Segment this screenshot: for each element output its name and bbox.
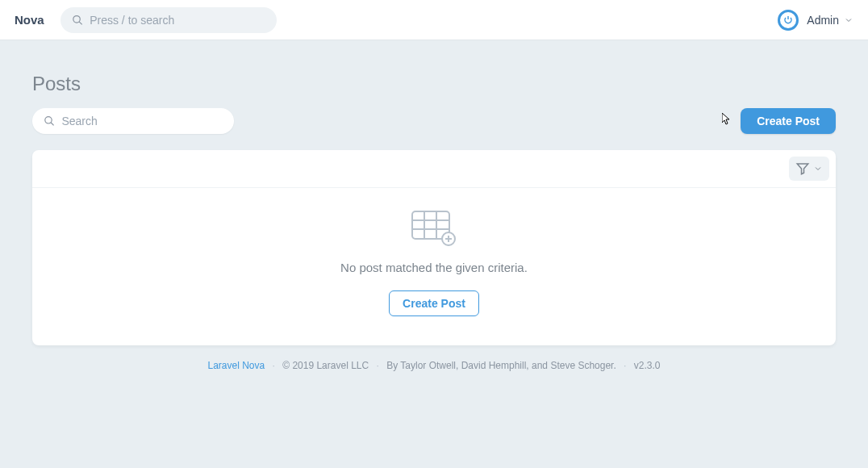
- resource-search[interactable]: [32, 108, 234, 134]
- user-menu[interactable]: Admin: [807, 14, 853, 27]
- page-title: Posts: [32, 73, 836, 95]
- chevron-down-icon: [844, 15, 853, 25]
- footer-copyright: © 2019 Laravel LLC: [282, 360, 369, 371]
- card-header: [32, 150, 836, 188]
- empty-state: No post matched the given criteria. Crea…: [32, 188, 836, 345]
- global-search-input[interactable]: [90, 14, 265, 27]
- svg-line-3: [51, 123, 54, 126]
- app-header: Nova Admin: [0, 0, 868, 40]
- empty-create-button[interactable]: Create Post: [389, 290, 479, 316]
- main-content: Posts Create Post No p: [0, 40, 868, 386]
- avatar[interactable]: [778, 10, 799, 31]
- svg-line-1: [79, 21, 82, 24]
- power-icon: [783, 15, 793, 25]
- search-icon: [72, 14, 84, 27]
- filter-icon: [795, 161, 810, 176]
- brand-logo[interactable]: Nova: [15, 13, 44, 27]
- empty-table-icon: [411, 211, 457, 246]
- resource-card: No post matched the given criteria. Crea…: [32, 150, 836, 345]
- footer-link[interactable]: Laravel Nova: [207, 360, 265, 371]
- svg-marker-4: [797, 164, 808, 174]
- search-icon: [44, 115, 55, 127]
- svg-point-2: [45, 117, 52, 123]
- svg-point-0: [73, 15, 80, 22]
- footer: Laravel Nova · © 2019 Laravel LLC · By T…: [32, 345, 836, 386]
- footer-version: v2.3.0: [634, 360, 661, 371]
- footer-credits: By Taylor Otwell, David Hemphill, and St…: [386, 360, 616, 371]
- chevron-down-icon: [813, 164, 823, 173]
- user-name: Admin: [807, 14, 839, 27]
- global-search[interactable]: [61, 7, 277, 33]
- filter-button[interactable]: [789, 157, 829, 181]
- create-post-button[interactable]: Create Post: [741, 108, 836, 134]
- empty-message: No post matched the given criteria.: [340, 261, 528, 274]
- resource-search-input[interactable]: [61, 115, 223, 127]
- resource-toolbar: Create Post: [32, 108, 836, 134]
